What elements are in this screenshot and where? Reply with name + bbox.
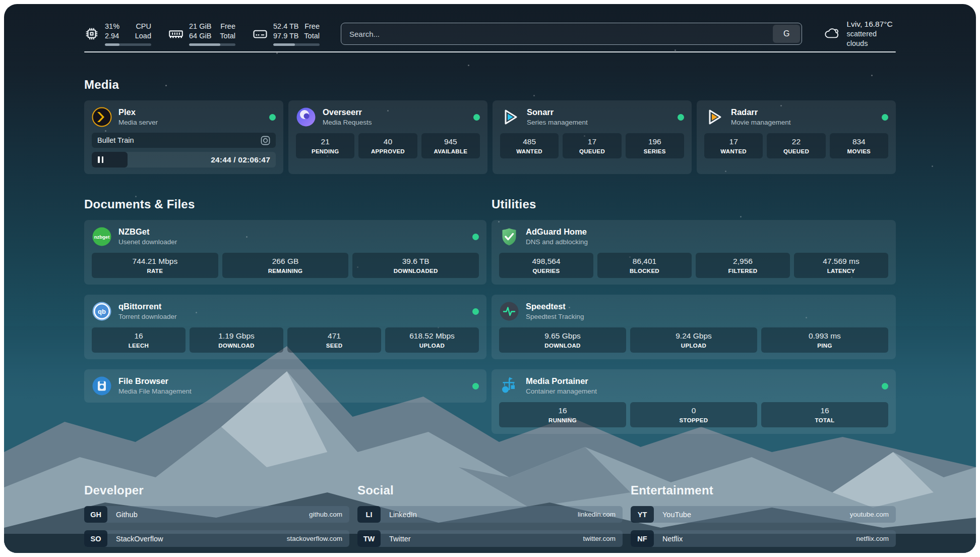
sonarr-icon	[500, 107, 520, 127]
memory-progress-track	[189, 43, 235, 46]
github-abbr-badge: GH	[84, 506, 107, 523]
memory-label-2: Total	[220, 31, 235, 41]
memory-free-value: 21 GiB	[189, 22, 211, 31]
portainer-card[interactable]: Media Portainer Container management 16 …	[492, 369, 896, 434]
radarr-stat-movies: 834 MOVIES	[830, 133, 888, 158]
adguard-stat-latency: 47.569 ms LATENCY	[794, 253, 888, 278]
memory-progress-fill	[189, 43, 220, 46]
cpu-label-2: Load	[135, 31, 151, 41]
radarr-name: Radarr	[731, 107, 791, 118]
qbittorrent-stat-seed: 471 SEED	[287, 327, 381, 353]
radarr-card[interactable]: Radarr Movie management 17 WANTED 2	[697, 100, 896, 174]
section-documents-files: Documents & Files nzbget NZBGet Usenet d…	[84, 197, 486, 444]
youtube-link-domain: youtube.com	[850, 511, 889, 518]
media-section-title: Media	[84, 78, 896, 92]
bookmarks-developer: Developer GH Github github.com SO StackO…	[84, 483, 349, 553]
weather-widget: Lviv, 16.87°C scattered clouds	[823, 19, 896, 48]
memory-widget: 21 GiB 64 GiB Free Total	[168, 22, 235, 46]
weather-condition: scattered clouds	[846, 29, 896, 48]
overseerr-card[interactable]: Overseerr Media Requests 21 PENDING	[288, 100, 487, 174]
documents-files-section-title: Documents & Files	[84, 197, 486, 211]
speedtest-icon	[499, 301, 519, 321]
disk-free-value: 52.4 TB	[273, 22, 299, 31]
adguard-description: DNS and adblocking	[526, 238, 588, 247]
sonarr-stat-queued: 17 QUEUED	[563, 133, 621, 158]
video-session-icon[interactable]	[261, 136, 270, 145]
qbittorrent-icon: qb	[92, 301, 112, 321]
sonarr-stat-series: 196 SERIES	[626, 133, 684, 158]
developer-section-title: Developer	[84, 483, 349, 497]
dashboard-frame: 31% 2.94 CPU Load	[4, 4, 976, 553]
social-section-title: Social	[357, 483, 623, 497]
linkedin-link-name: LinkedIn	[389, 511, 417, 519]
speedtest-description: Speedtest Tracking	[526, 312, 584, 321]
twitter-link-domain: twitter.com	[583, 535, 616, 542]
qbittorrent-stat-download: 1.19 Gbps DOWNLOAD	[190, 327, 283, 353]
speedtest-card[interactable]: Speedtest Speedtest Tracking 9.65 Gbps D…	[492, 295, 896, 359]
memory-total-value: 64 GiB	[189, 31, 211, 41]
sonarr-status-dot	[678, 114, 684, 121]
link-youtube[interactable]: YT YouTube youtube.com	[631, 506, 896, 523]
memory-icon	[168, 26, 183, 41]
twitter-abbr-badge: TW	[357, 530, 381, 547]
plex-playback-time: 24:44 / 02:06:47	[211, 152, 270, 168]
cpu-load-value: 2.94	[105, 31, 119, 41]
screenshot-canvas: 31% 2.94 CPU Load	[0, 0, 980, 557]
overseerr-stat-available: 945 AVAILABLE	[421, 133, 480, 158]
link-netflix[interactable]: NF Netflix netflix.com	[631, 530, 896, 547]
qbittorrent-card[interactable]: qb qBittorrent Torrent downloader 16	[84, 295, 486, 359]
netflix-link-domain: netflix.com	[856, 535, 889, 542]
portainer-description: Container management	[526, 387, 597, 396]
link-github[interactable]: GH Github github.com	[84, 506, 349, 523]
radarr-stat-wanted: 17 WANTED	[704, 133, 763, 158]
youtube-abbr-badge: YT	[631, 506, 654, 523]
speedtest-stat-ping: 0.993 ms PING	[761, 327, 888, 353]
disk-icon	[253, 26, 268, 41]
weather-location-temp: Lviv, 16.87°C	[846, 19, 896, 29]
sonarr-name: Sonarr	[527, 107, 588, 118]
qbittorrent-stat-upload: 618.52 Mbps UPLOAD	[385, 327, 479, 353]
link-twitter[interactable]: TW Twitter twitter.com	[357, 530, 623, 547]
adguard-stat-blocked: 86,401 BLOCKED	[597, 253, 692, 278]
bookmarks-social: Social LI LinkedIn linkedin.com TW Twitt…	[357, 483, 623, 553]
section-media: Media Plex Media server	[84, 78, 896, 174]
overseerr-stat-approved: 40 APPROVED	[358, 133, 417, 158]
sonarr-card[interactable]: Sonarr Series management 485 WANTED	[493, 100, 692, 174]
qbittorrent-status-dot	[472, 308, 479, 315]
search-input[interactable]	[341, 23, 802, 44]
nzbget-icon: nzbget	[92, 227, 112, 247]
adguard-card[interactable]: AdGuard Home DNS and adblocking 498,564 …	[492, 220, 896, 285]
portainer-status-dot	[882, 383, 888, 389]
plex-now-playing-title: Bullet Train	[97, 136, 134, 144]
link-stackoverflow[interactable]: SO StackOverflow stackoverflow.com	[84, 530, 349, 547]
filebrowser-icon	[92, 376, 112, 396]
pause-icon[interactable]	[98, 156, 103, 163]
disk-label-1: Free	[304, 22, 320, 31]
overseerr-status-dot	[473, 114, 480, 121]
link-linkedin[interactable]: LI LinkedIn linkedin.com	[357, 506, 623, 523]
portainer-stat-running: 16 RUNNING	[499, 402, 626, 427]
radarr-status-dot	[882, 114, 888, 121]
cpu-progress-fill	[105, 43, 119, 46]
cloud-icon	[823, 25, 840, 43]
nzbget-stat-downloaded: 39.6 TB DOWNLOADED	[352, 253, 479, 278]
adguard-icon	[499, 227, 519, 247]
twitter-link-name: Twitter	[389, 535, 411, 543]
disk-total-value: 97.9 TB	[273, 31, 299, 41]
nzbget-status-dot	[472, 234, 479, 240]
nzbget-card[interactable]: nzbget NZBGet Usenet downloader 744.21 M…	[84, 220, 486, 285]
speedtest-name: Speedtest	[526, 301, 584, 312]
search-provider-button[interactable]: G	[773, 25, 800, 43]
plex-card[interactable]: Plex Media server Bullet Train	[84, 100, 283, 174]
plex-player-bar: 24:44 / 02:06:47	[92, 152, 276, 168]
filebrowser-card[interactable]: File Browser Media File Management	[84, 369, 486, 403]
cpu-icon	[84, 26, 99, 41]
plex-description: Media server	[118, 118, 158, 127]
cpu-widget: 31% 2.94 CPU Load	[84, 22, 151, 46]
svg-text:nzbget: nzbget	[94, 234, 110, 240]
qbittorrent-description: Torrent downloader	[118, 312, 177, 321]
radarr-icon	[704, 107, 724, 127]
portainer-name: Media Portainer	[526, 376, 597, 386]
nzbget-stat-remaining: 266 GB REMAINING	[222, 253, 349, 278]
qbittorrent-stat-leech: 16 LEECH	[92, 327, 186, 353]
